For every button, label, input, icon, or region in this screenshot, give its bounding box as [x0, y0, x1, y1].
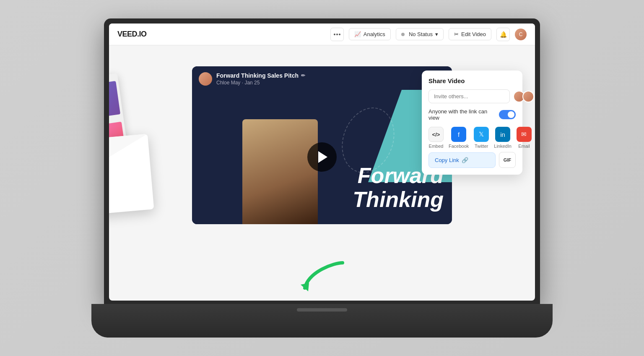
linkedin-icon: in	[495, 127, 510, 142]
invite-row: +12	[428, 89, 516, 103]
edit-video-label: Edit Video	[461, 31, 486, 37]
analytics-icon: 📈	[354, 31, 361, 37]
avatar-group-item	[522, 91, 534, 102]
video-subtitle: Chloe May · Jan 25	[216, 80, 445, 86]
film-holes-top	[109, 76, 115, 92]
copy-link-label: Copy Link	[435, 157, 459, 163]
linkedin-label: LinkedIn	[494, 144, 512, 149]
embed-share-button[interactable]: </> Embed	[428, 127, 444, 149]
invite-input[interactable]	[428, 89, 510, 103]
laptop-bezel: VEED.IO 📈 Analytics No Status	[104, 18, 540, 304]
avatar-stack: +12	[513, 91, 535, 102]
silhouette	[109, 81, 120, 126]
film-holes-mid	[109, 117, 121, 132]
film-frame-1	[109, 81, 120, 126]
person-image	[242, 119, 318, 224]
filmstrip	[109, 73, 133, 202]
envelope-flap	[109, 134, 151, 180]
embed-label: Embed	[429, 144, 444, 149]
link-access-toggle[interactable]	[499, 110, 516, 119]
email-icon: ✉	[517, 127, 532, 142]
status-dot-icon	[401, 33, 405, 36]
dot	[336, 34, 338, 35]
main-area: Forward Thinking Sales Pitch ✏ Chloe May…	[109, 45, 535, 301]
embed-icon: </>	[428, 127, 444, 142]
copy-link-button[interactable]: Copy Link 🔗	[428, 152, 496, 168]
nav-bar: VEED.IO 📈 Analytics No Status	[109, 24, 535, 45]
laptop-screen: VEED.IO 📈 Analytics No Status	[109, 24, 535, 301]
film-holes-bottom	[109, 157, 127, 173]
screen-content: VEED.IO 📈 Analytics No Status	[109, 24, 535, 301]
edit-video-button[interactable]: ✂ Edit Video	[449, 28, 491, 40]
user-avatar[interactable]: C	[515, 29, 527, 40]
video-avatar	[199, 72, 212, 86]
film-frame-2	[109, 122, 126, 167]
green-arrow-decoration	[301, 259, 351, 292]
bell-icon: 🔔	[500, 31, 507, 38]
analytics-label: Analytics	[364, 31, 385, 37]
envelope-overlay	[109, 79, 193, 238]
envelope-body	[109, 134, 154, 217]
social-share-row: </> Embed f Facebook	[428, 127, 516, 149]
video-big-text-line2: Thinking	[353, 188, 444, 212]
email-label: Email	[518, 144, 530, 149]
email-share-button[interactable]: ✉ Email	[517, 127, 532, 149]
laptop: VEED.IO 📈 Analytics No Status	[91, 18, 553, 338]
analytics-button[interactable]: 📈 Analytics	[349, 28, 391, 40]
share-panel-title: Share Video	[428, 77, 516, 84]
dot	[339, 34, 340, 35]
notifications-button[interactable]: 🔔	[496, 28, 510, 41]
play-button[interactable]	[307, 142, 337, 172]
status-button[interactable]: No Status ▾	[396, 28, 444, 40]
facebook-icon: f	[451, 127, 466, 142]
svg-marker-0	[301, 283, 309, 291]
facebook-share-button[interactable]: f Facebook	[449, 127, 469, 149]
filmstrip-body	[109, 73, 130, 177]
person-image-inner	[242, 119, 318, 224]
anyone-link-text: Anyone with the link can view	[428, 108, 499, 121]
more-options-button[interactable]	[330, 28, 344, 41]
avatar-initials: C	[519, 31, 523, 37]
scissors-icon: ✂	[454, 31, 459, 37]
copy-link-row: Copy Link 🔗 GIF	[428, 152, 516, 168]
video-meta: Forward Thinking Sales Pitch ✏ Chloe May…	[216, 72, 445, 86]
video-card-header: Forward Thinking Sales Pitch ✏ Chloe May…	[192, 66, 452, 90]
video-card: Forward Thinking Sales Pitch ✏ Chloe May…	[192, 66, 452, 224]
status-label: No Status	[409, 31, 433, 37]
scene: VEED.IO 📈 Analytics No Status	[0, 0, 644, 356]
twitter-share-button[interactable]: 𝕏 Twitter	[474, 127, 489, 149]
gif-label: GIF	[504, 157, 511, 162]
video-preview: Forward Thinking	[192, 90, 452, 224]
link-icon: 🔗	[462, 157, 468, 163]
edit-title-icon[interactable]: ✏	[301, 73, 305, 79]
play-triangle-icon	[318, 151, 327, 163]
anyone-link-row: Anyone with the link can view	[428, 108, 516, 121]
gif-button[interactable]: GIF	[499, 152, 516, 168]
linkedin-share-button[interactable]: in LinkedIn	[494, 127, 512, 149]
chevron-down-icon: ▾	[435, 31, 438, 37]
laptop-base	[91, 304, 553, 338]
silhouette	[109, 122, 126, 167]
video-title: Forward Thinking Sales Pitch ✏	[216, 72, 445, 79]
share-panel: Share Video +12 Anyone with th	[422, 71, 522, 175]
twitter-label: Twitter	[475, 144, 488, 149]
logo: VEED.IO	[117, 30, 147, 39]
facebook-label: Facebook	[449, 144, 469, 149]
dot	[334, 34, 335, 35]
twitter-icon: 𝕏	[474, 127, 489, 142]
